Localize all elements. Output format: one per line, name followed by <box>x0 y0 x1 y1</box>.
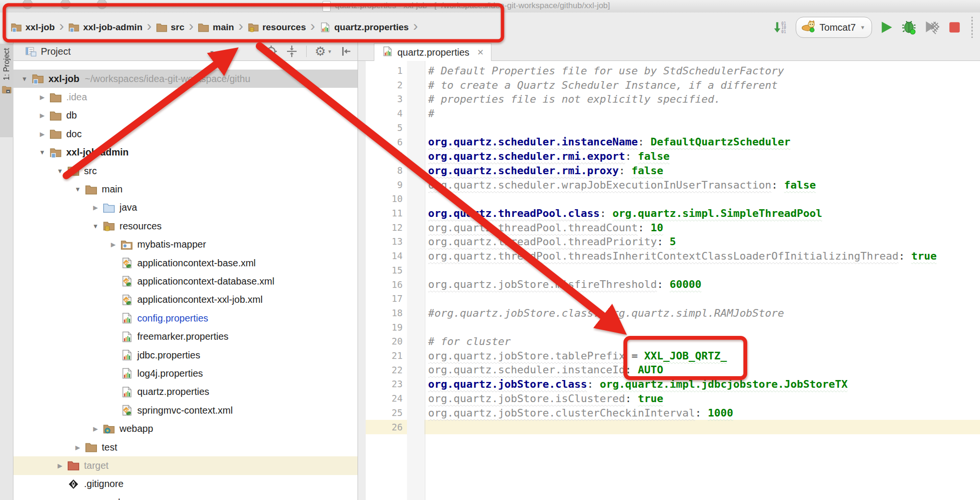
editor-body[interactable]: 1234567891011121314151617181920212223242… <box>358 61 980 500</box>
code-line-3[interactable]: # properties file is not explicitly spec… <box>428 92 980 107</box>
breadcrumb-item-xxl-job[interactable]: xxl-job <box>11 22 55 33</box>
tree-row-pom-xml[interactable]: mpom.xml <box>13 493 358 500</box>
breadcrumb-item-xxl-job-admin[interactable]: xxl-job-admin <box>68 22 143 33</box>
chevron-collapsed-icon[interactable]: ▶ <box>71 444 85 451</box>
code-line-7[interactable]: org.quartz.scheduler.rmi.export: false <box>428 149 980 164</box>
project-tree: ▼xxl-job ~/workspaces/idea-git-workspace… <box>13 60 358 500</box>
code-line-16[interactable]: org.quartz.jobStore.misfireThreshold: 60… <box>428 277 980 292</box>
breadcrumb-item-src[interactable]: src <box>156 22 185 33</box>
debug-button[interactable] <box>902 20 917 35</box>
code-line-10[interactable] <box>428 192 980 206</box>
chevron-collapsed-icon[interactable]: ▶ <box>35 131 49 138</box>
run-with-coverage-button[interactable] <box>925 20 940 35</box>
settings-gear-icon[interactable]: ⚙▼ <box>315 45 332 58</box>
vcs-update-icon[interactable]: 01 10 01 <box>774 21 788 34</box>
toolbar-drag-handle[interactable] <box>971 17 973 38</box>
tree-row-main[interactable]: ▼main <box>13 180 358 198</box>
code-line-5[interactable] <box>428 121 980 135</box>
tree-row-config-properties[interactable]: config.properties <box>13 309 358 327</box>
chevron-expanded-icon[interactable]: ▼ <box>35 149 49 156</box>
tree-row-java[interactable]: ▶java <box>13 199 358 217</box>
code-line-22[interactable]: org.quartz.scheduler.instanceId: AUTO <box>428 363 980 377</box>
chevron-collapsed-icon[interactable]: ▶ <box>88 425 103 432</box>
minimize-button[interactable] <box>60 0 71 9</box>
chevron-collapsed-icon[interactable]: ▶ <box>35 112 49 119</box>
run-configuration-select[interactable]: Tomcat7 ▼ <box>796 17 872 38</box>
code-line-12[interactable]: org.quartz.threadPool.threadCount: 10 <box>428 221 980 235</box>
chevron-expanded-icon[interactable]: ▼ <box>88 223 103 230</box>
tree-row-src[interactable]: ▼src <box>13 162 358 180</box>
project-stripe-button[interactable]: 1: Project <box>0 44 13 137</box>
chevron-expanded-icon[interactable]: ▼ <box>53 167 67 175</box>
code-line-8[interactable]: org.quartz.scheduler.rmi.proxy: false <box>428 164 980 178</box>
code-line-20[interactable]: # for cluster <box>428 334 980 349</box>
tree-row-jdbc-properties[interactable]: jdbc.properties <box>13 346 358 364</box>
tree-row-mybatis-mapper[interactable]: ▶mybatis-mapper <box>13 236 358 254</box>
chevron-collapsed-icon[interactable]: ▶ <box>88 204 103 211</box>
code-line-15[interactable] <box>428 263 980 278</box>
breadcrumb-item-main[interactable]: main <box>198 22 234 33</box>
folder-icon <box>85 441 97 453</box>
tree-row-webapp[interactable]: ▶webapp <box>13 419 358 438</box>
tree-row-springmvc-context-xml[interactable]: <> springmvc-context.xml <box>13 401 358 419</box>
tree-row-applicationcontext-xxl-job-xml[interactable]: <> applicationcontext-xxl-job.xml <box>13 291 358 309</box>
tree-row-applicationcontext-base-xml[interactable]: <> applicationcontext-base.xml <box>13 254 358 272</box>
code-line-23[interactable]: org.quartz.jobStore.class: org.quartz.im… <box>428 377 980 392</box>
tree-row-resources[interactable]: ▼resources <box>13 217 358 235</box>
code-line-26[interactable] <box>428 420 980 434</box>
breadcrumb-item-resources[interactable]: resources <box>248 22 306 33</box>
tree-row--gitignore[interactable]: .gitignore <box>13 475 358 493</box>
collapse-all-icon[interactable] <box>286 45 298 58</box>
tree-label: quartz.properties <box>137 386 209 397</box>
locate-icon[interactable] <box>265 45 277 58</box>
chevron-expanded-icon[interactable]: ▼ <box>71 186 85 193</box>
tree-row-freemarker-properties[interactable]: freemarker.properties <box>13 327 358 345</box>
code-line-14[interactable]: org.quartz.threadPool.threadsInheritCont… <box>428 249 980 263</box>
code-line-2[interactable]: # to create a Quartz Scheduler Instance,… <box>428 78 980 93</box>
code-line-4[interactable]: # <box>428 107 980 121</box>
code-line-1[interactable]: # Default Properties file for use by Std… <box>428 64 980 78</box>
tree-row-target[interactable]: ▶target <box>13 456 358 475</box>
code-line-13[interactable]: org.quartz.threadPool.threadPriority: 5 <box>428 235 980 249</box>
stop-button[interactable] <box>948 21 961 34</box>
title-bar: quartz.properties - xxl-job - [~/workspa… <box>0 0 980 13</box>
editor: quartz.properties ✕ 12345678910111213141… <box>358 42 980 500</box>
tree-row-log4j-properties[interactable]: log4j.properties <box>13 364 358 382</box>
tree-row-doc[interactable]: ▶doc <box>13 125 358 143</box>
code-line-9[interactable]: org.quartz.scheduler.wrapJobExecutionInU… <box>428 178 980 192</box>
code-line-18[interactable]: #org.quartz.jobStore.class: org.quartz.s… <box>428 306 980 321</box>
hide-panel-icon[interactable] <box>340 45 352 58</box>
close-icon[interactable]: ✕ <box>477 48 484 58</box>
code-line-17[interactable] <box>428 292 980 306</box>
chevron-collapsed-icon[interactable]: ▶ <box>35 94 49 101</box>
tree-row--idea[interactable]: ▶.idea <box>13 88 358 106</box>
tree-row-xxl-job[interactable]: ▼xxl-job ~/workspaces/idea-git-workspace… <box>13 70 358 88</box>
line-number: 17 <box>358 292 403 306</box>
run-button[interactable] <box>880 21 894 34</box>
tab-quartz-properties[interactable]: quartz.properties ✕ <box>374 43 491 61</box>
tree-row-quartz-properties[interactable]: quartz.properties <box>13 383 358 401</box>
tree-row-db[interactable]: ▶db <box>13 107 358 125</box>
code-line-19[interactable] <box>428 320 980 334</box>
line-number: 5 <box>358 121 403 135</box>
tree-row-applicationcontext-database-xml[interactable]: <> applicationcontext-database.xml <box>13 272 358 290</box>
close-button[interactable] <box>23 0 33 9</box>
code-line-6[interactable]: org.quartz.scheduler.instanceName: Defau… <box>428 135 980 149</box>
breadcrumb-item-quartz-properties[interactable]: quartz.properties <box>319 22 408 33</box>
code-line-21[interactable]: org.quartz.jobStore.tablePrefix = XXL_JO… <box>428 349 980 363</box>
code-area[interactable]: # Default Properties file for use by Std… <box>428 61 980 500</box>
svg-text:m: m <box>68 497 76 500</box>
tree-row-xxl-job-admin[interactable]: ▼xxl-job-admin <box>13 143 358 162</box>
code-line-25[interactable]: org.quartz.jobStore.clusterCheckinInterv… <box>428 406 980 420</box>
chevron-down-icon[interactable]: ▼ <box>209 49 215 55</box>
tree-path-suffix: ~/workspaces/idea-git-workspace/githu <box>84 73 250 84</box>
chevron-collapsed-icon[interactable]: ▶ <box>53 462 67 469</box>
folder-icon <box>67 165 80 177</box>
code-line-24[interactable]: org.quartz.jobStore.isClustered: true <box>428 392 980 406</box>
code-line-11[interactable]: org.quartz.threadPool.class: org.quartz.… <box>428 206 980 221</box>
chevron-expanded-icon[interactable]: ▼ <box>17 75 32 83</box>
tree-row-test[interactable]: ▶test <box>13 438 358 456</box>
zoom-button[interactable] <box>97 0 107 9</box>
chevron-collapsed-icon[interactable]: ▶ <box>106 241 120 248</box>
editor-tab-bar: quartz.properties ✕ <box>358 42 980 61</box>
